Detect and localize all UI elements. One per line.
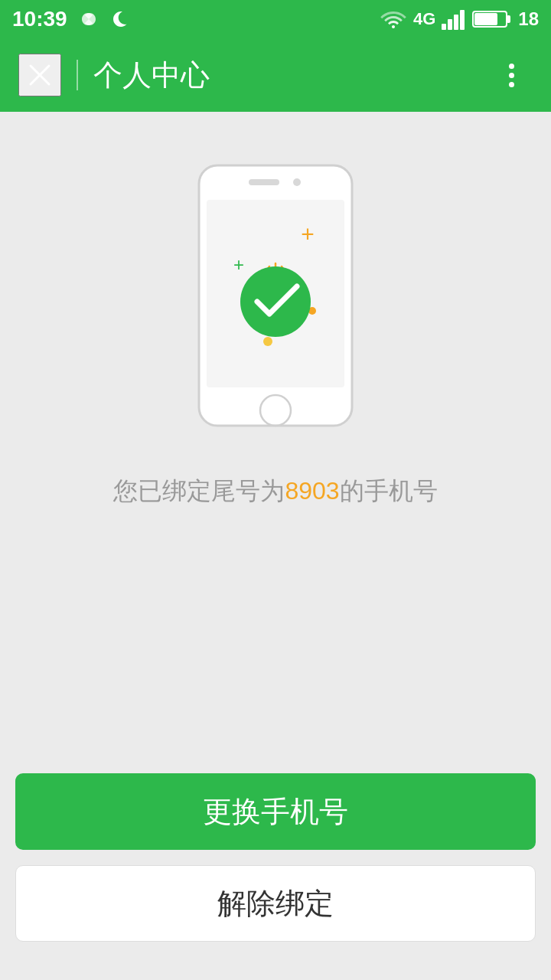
phone-illustration: + + bbox=[184, 158, 367, 433]
status-right: 4G 18 bbox=[380, 8, 539, 30]
svg-rect-5 bbox=[507, 15, 510, 23]
battery-icon bbox=[472, 9, 512, 29]
svg-rect-1 bbox=[448, 19, 452, 30]
battery-level: 18 bbox=[518, 8, 539, 30]
buttons-area: 更换手机号 解除绑定 bbox=[0, 773, 551, 980]
signal-icon bbox=[442, 8, 466, 30]
success-text-before: 您已绑定尾号为 bbox=[113, 477, 285, 505]
svg-point-11 bbox=[293, 178, 301, 186]
signal-4g: 4G bbox=[413, 9, 435, 29]
moon-icon bbox=[110, 8, 132, 30]
svg-point-21 bbox=[240, 266, 311, 337]
more-dot-1 bbox=[509, 64, 514, 69]
app-bar: 个人中心 bbox=[0, 38, 551, 112]
page-title: 个人中心 bbox=[93, 56, 490, 95]
success-text-after: 的手机号 bbox=[340, 477, 438, 505]
unbind-button[interactable]: 解除绑定 bbox=[15, 865, 536, 942]
wifi-icon bbox=[380, 8, 407, 30]
svg-rect-2 bbox=[454, 15, 458, 30]
close-button[interactable] bbox=[18, 54, 61, 96]
status-left: 10:39 bbox=[12, 7, 132, 31]
svg-text:+: + bbox=[301, 221, 315, 247]
more-dot-2 bbox=[509, 73, 514, 78]
svg-rect-3 bbox=[460, 10, 465, 30]
title-divider bbox=[77, 60, 78, 90]
status-time: 10:39 bbox=[12, 7, 67, 31]
success-message: 您已绑定尾号为8903的手机号 bbox=[113, 472, 437, 511]
status-bar: 10:39 4G bbox=[0, 0, 551, 38]
svg-rect-10 bbox=[249, 179, 279, 185]
svg-rect-6 bbox=[474, 13, 497, 25]
more-dot-3 bbox=[509, 82, 514, 87]
change-phone-button[interactable]: 更换手机号 bbox=[15, 773, 536, 850]
phone-suffix-highlight: 8903 bbox=[285, 477, 339, 505]
loop-icon bbox=[75, 11, 103, 28]
more-button[interactable] bbox=[490, 54, 533, 96]
svg-rect-0 bbox=[442, 24, 446, 30]
svg-text:+: + bbox=[233, 254, 244, 275]
svg-point-17 bbox=[263, 337, 272, 346]
main-content: + + 您已绑定尾号为8903的手机号 bbox=[0, 112, 551, 773]
